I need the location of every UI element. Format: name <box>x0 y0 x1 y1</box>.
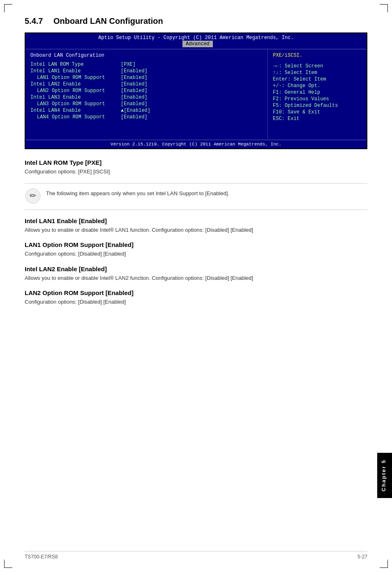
bios-row-label: Intel LAN4 Enable <box>30 108 121 113</box>
bios-row: LAN3 Option ROM Support[Enabled] <box>30 101 263 107</box>
content-heading: Intel LAN2 Enable [Enabled] <box>25 265 367 272</box>
bios-row-label: LAN1 Option ROM Support <box>30 75 121 81</box>
content-sections: Intel LAN ROM Type [PXE]Configuration op… <box>25 159 367 306</box>
bios-row-label: Intel LAN2 Enable <box>30 81 121 87</box>
content-text: Configuration options: [Disabled] [Enabl… <box>25 250 367 258</box>
bios-nav-item: F10: Save & Exit <box>273 109 362 115</box>
content-text: Allows you to enable or disable Intel® L… <box>25 274 367 282</box>
bios-row-label: LAN2 Option ROM Support <box>30 88 121 94</box>
bios-nav-item: ↑↓: Select Item <box>273 70 362 76</box>
bios-footer: Version 2.15.1219. Copyright (C) 2011 Am… <box>25 140 367 148</box>
pencil-svg: ✏ <box>25 188 41 204</box>
bios-screen: Aptio Setup Utility - Copyright (C) 2011… <box>25 32 367 149</box>
content-text: Allows you to enable or disable Intel® L… <box>25 226 367 234</box>
svg-text:✏: ✏ <box>30 191 37 200</box>
bios-nav-item: F5: Optimized Defaults <box>273 103 362 108</box>
bios-row-value: [Enabled] <box>121 81 148 87</box>
section-heading: 5.4.7 Onboard LAN Configuration <box>25 16 367 26</box>
bios-nav-item: F1: General Help <box>273 90 362 95</box>
bios-header-text: Aptio Setup Utility - Copyright (C) 2011… <box>98 35 293 41</box>
bios-nav-item: →←: Select Screen <box>273 63 362 69</box>
section-title: Onboard LAN Configuration <box>53 16 163 25</box>
bios-row-value: [PXE] <box>121 62 136 67</box>
content-heading: Intel LAN ROM Type [PXE] <box>25 159 367 166</box>
note-pencil-icon: ✏ <box>25 188 41 205</box>
bios-row-value: [Enabled] <box>121 114 148 120</box>
footer-left: TS700-E7/RS8 <box>25 554 58 560</box>
note-text: The following item appears only when you… <box>46 188 229 198</box>
page-container: 5.4.7 Onboard LAN Configuration Aptio Se… <box>0 0 392 572</box>
content-text: Configuration options: [Disabled] [Enabl… <box>25 298 367 306</box>
content-section-lan2-option-rom: LAN2 Option ROM Support [Enabled]Configu… <box>25 289 367 306</box>
bios-row-label: LAN3 Option ROM Support <box>30 101 121 107</box>
bios-right-panel: PXE/iSCSI. →←: Select Screen↑↓: Select I… <box>268 49 367 140</box>
bios-row-value: ▲[Enabled] <box>121 108 150 113</box>
bios-row-label: Intel LAN1 Enable <box>30 68 121 74</box>
bios-row: LAN1 Option ROM Support[Enabled] <box>30 75 263 81</box>
bios-active-tab[interactable]: Advanced <box>182 41 213 47</box>
bios-left-panel: Onboard LAN Configuration Intel LAN ROM … <box>25 49 268 140</box>
bios-row-value: [Enabled] <box>121 88 148 94</box>
content-heading: LAN1 Option ROM Support [Enabled] <box>25 241 367 248</box>
bios-row: Intel LAN3 Enable[Enabled] <box>30 95 263 100</box>
content-section-intel-lan-rom-type: Intel LAN ROM Type [PXE]Configuration op… <box>25 159 367 176</box>
content-heading: Intel LAN1 Enable [Enabled] <box>25 217 367 224</box>
content-section-lan1-option-rom: LAN1 Option ROM Support [Enabled]Configu… <box>25 241 367 258</box>
bios-row: Intel LAN ROM Type[PXE] <box>30 62 263 67</box>
content-heading: LAN2 Option ROM Support [Enabled] <box>25 289 367 296</box>
bios-row-value: [Enabled] <box>121 101 148 107</box>
content-section-intel-lan1-enable: Intel LAN1 Enable [Enabled]Allows you to… <box>25 217 367 234</box>
bios-rows: Intel LAN ROM Type[PXE]Intel LAN1 Enable… <box>30 62 263 120</box>
note-box: ✏ The following item appears only when y… <box>25 183 367 210</box>
bios-row: LAN4 Option ROM Support[Enabled] <box>30 114 263 120</box>
corner-tr <box>380 4 388 12</box>
bios-nav-item: F2: Previous Values <box>273 96 362 102</box>
bios-row-label: LAN4 Option ROM Support <box>30 114 121 120</box>
bios-row: LAN2 Option ROM Support[Enabled] <box>30 88 263 94</box>
chapter-tab: Chapter 5 <box>377 453 392 498</box>
content-section-intel-lan2-enable: Intel LAN2 Enable [Enabled]Allows you to… <box>25 265 367 282</box>
bios-row-label: Intel LAN3 Enable <box>30 95 121 100</box>
corner-tl <box>4 4 12 12</box>
bios-nav-item: ESC: Exit <box>273 116 362 122</box>
bios-nav-item: Enter: Select Item <box>273 76 362 82</box>
bios-header: Aptio Setup Utility - Copyright (C) 2011… <box>25 33 367 49</box>
section-number: 5.4.7 <box>25 16 43 25</box>
corner-br <box>380 560 388 568</box>
bios-nav: →←: Select Screen↑↓: Select ItemEnter: S… <box>273 63 362 122</box>
bios-row-value: [Enabled] <box>121 68 148 74</box>
bios-nav-item: +/-: Change Opt. <box>273 83 362 89</box>
bios-row-value: [Enabled] <box>121 95 148 100</box>
bios-row-value: [Enabled] <box>121 75 148 81</box>
bios-body: Onboard LAN Configuration Intel LAN ROM … <box>25 49 367 140</box>
footer-right: 5-27 <box>357 554 367 560</box>
corner-bl <box>4 560 12 568</box>
bios-row: Intel LAN1 Enable[Enabled] <box>30 68 263 74</box>
bios-section-title: Onboard LAN Configuration <box>30 53 263 58</box>
page-footer: TS700-E7/RS8 5-27 <box>25 551 367 560</box>
bios-row: Intel LAN4 Enable▲[Enabled] <box>30 108 263 113</box>
bios-help-text: PXE/iSCSI. <box>273 53 362 58</box>
bios-row-label: Intel LAN ROM Type <box>30 62 121 67</box>
content-text: Configuration options: [PXE] [iSCSI] <box>25 168 367 176</box>
bios-row: Intel LAN2 Enable[Enabled] <box>30 81 263 87</box>
